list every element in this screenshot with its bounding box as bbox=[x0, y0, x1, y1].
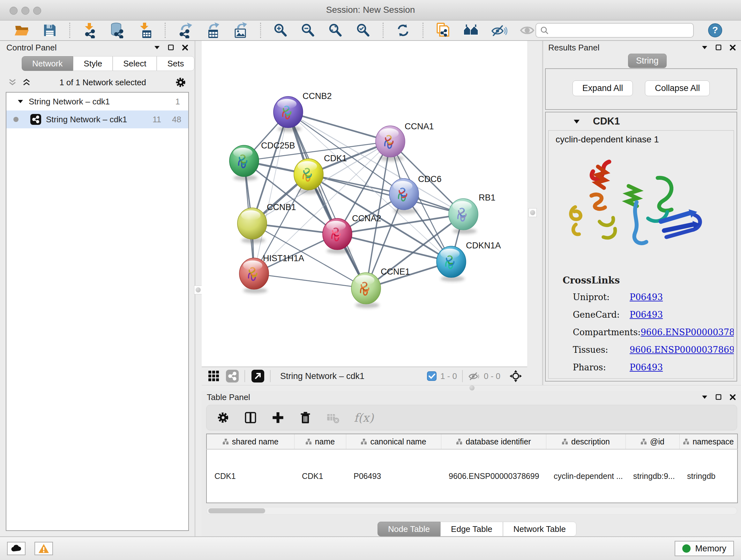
expand-all-button[interactable]: Expand All bbox=[572, 80, 633, 96]
tab-sets[interactable]: Sets bbox=[157, 56, 194, 71]
import-network-icon[interactable] bbox=[82, 22, 98, 39]
network-node-CDC25B[interactable] bbox=[229, 145, 259, 181]
crosslink-link[interactable]: P06493 bbox=[630, 292, 663, 302]
maximize-panel-icon[interactable] bbox=[168, 44, 174, 51]
zoom-out-icon[interactable] bbox=[300, 22, 316, 39]
search-box[interactable] bbox=[536, 23, 694, 38]
crosslink-link[interactable]: P06493 bbox=[630, 362, 663, 372]
save-session-icon[interactable] bbox=[42, 22, 57, 39]
create-column-plus-icon[interactable] bbox=[272, 411, 284, 424]
search-input[interactable] bbox=[549, 26, 689, 35]
horizontal-splitter-handle[interactable] bbox=[467, 385, 477, 390]
hide-selected-eye-slash-icon[interactable] bbox=[491, 22, 508, 39]
zoom-in-icon[interactable] bbox=[273, 22, 288, 39]
show-columns-icon[interactable] bbox=[244, 411, 257, 424]
collapse-section-caret-icon[interactable] bbox=[573, 119, 580, 124]
network-node-CCNB1[interactable] bbox=[238, 208, 267, 243]
right-splitter-handle[interactable] bbox=[529, 208, 537, 217]
crosslink-link[interactable]: 9606.ENSP00000378699 bbox=[641, 327, 734, 337]
crosslink-link[interactable]: 9606.ENSP00000378699 bbox=[630, 345, 734, 355]
scrollbar-thumb[interactable] bbox=[208, 508, 265, 513]
import-table-icon[interactable] bbox=[137, 22, 153, 39]
table-cell[interactable]: 9606.ENSP00000378699 bbox=[441, 449, 546, 503]
table-cell[interactable]: cyclin-dependent ... bbox=[546, 449, 625, 503]
network-row-selected[interactable]: String Network – cdk1 11 48 bbox=[6, 111, 188, 128]
expand-all-tree-icon[interactable] bbox=[8, 78, 17, 86]
network-edge-CCNB2-HIST1H1A[interactable] bbox=[254, 112, 288, 273]
table-horizontal-scrollbar[interactable] bbox=[206, 507, 737, 515]
tab-select[interactable]: Select bbox=[113, 56, 157, 71]
column-header-@id[interactable]: @id bbox=[625, 434, 679, 449]
zoom-fit-icon[interactable] bbox=[327, 22, 343, 39]
fit-content-crosshair-icon[interactable] bbox=[509, 368, 523, 384]
tab-style[interactable]: Style bbox=[73, 56, 113, 71]
float-panel-icon[interactable] bbox=[701, 45, 708, 50]
copy-network-icon[interactable] bbox=[435, 22, 451, 39]
float-panel-icon[interactable] bbox=[154, 45, 160, 50]
horizontal-splitter[interactable] bbox=[202, 385, 741, 391]
cloud-status-button[interactable] bbox=[7, 542, 25, 555]
float-panel-icon[interactable] bbox=[701, 395, 708, 400]
close-panel-icon[interactable] bbox=[182, 44, 188, 51]
table-cell[interactable]: stringdb:9... bbox=[625, 449, 679, 503]
network-edge-CCNE1-HIST1H1A[interactable] bbox=[254, 273, 366, 288]
network-node-CCNA2[interactable] bbox=[323, 219, 352, 254]
close-panel-icon[interactable] bbox=[730, 44, 736, 51]
tab-string[interactable]: String bbox=[628, 54, 667, 68]
table-cell[interactable]: CDK1 bbox=[206, 449, 294, 503]
export-network-icon[interactable] bbox=[177, 22, 193, 39]
tab-network-table[interactable]: Network Table bbox=[503, 522, 576, 537]
right-splitter[interactable] bbox=[527, 41, 543, 391]
column-header-canonical-name[interactable]: canonical name bbox=[346, 434, 441, 449]
column-header-description[interactable]: description bbox=[546, 434, 625, 449]
maximize-panel-icon[interactable] bbox=[716, 44, 722, 51]
tab-node-table[interactable]: Node Table bbox=[378, 522, 441, 537]
home-neighbors-icon[interactable] bbox=[463, 22, 479, 39]
column-header-database-identifier[interactable]: database identifier bbox=[441, 434, 546, 449]
network-node-RB1[interactable] bbox=[449, 199, 478, 234]
left-splitter-handle[interactable] bbox=[194, 286, 202, 294]
table-cell[interactable]: CDK1 bbox=[294, 449, 346, 503]
memory-button[interactable]: Memory bbox=[675, 541, 734, 556]
table-cell[interactable]: P06493 bbox=[346, 449, 441, 503]
network-node-CCNA1[interactable] bbox=[376, 126, 405, 161]
maximize-panel-icon[interactable] bbox=[716, 394, 722, 400]
network-edge-CCNB2-CCNA1[interactable] bbox=[288, 112, 390, 141]
network-canvas[interactable]: CCNB2CCNA1CDC25BCDK1CDC6RB1CCNB1CCNA2CDK… bbox=[202, 41, 527, 385]
column-header-namespace[interactable]: namespace bbox=[679, 434, 738, 449]
export-image-icon[interactable] bbox=[232, 22, 248, 39]
column-header-shared-name[interactable]: shared name bbox=[206, 434, 294, 449]
zoom-selected-icon[interactable] bbox=[355, 22, 371, 39]
table-row[interactable]: CDK1CDK1P064939606.ENSP00000378699cyclin… bbox=[206, 449, 738, 503]
help-icon[interactable]: ? bbox=[707, 22, 723, 39]
network-options-gear-icon[interactable] bbox=[175, 77, 186, 88]
network-collection-row[interactable]: String Network – cdk1 1 bbox=[6, 92, 188, 111]
close-panel-icon[interactable] bbox=[730, 394, 736, 400]
network-node-CDKN1A[interactable] bbox=[436, 246, 466, 282]
selected-checkbox-icon[interactable] bbox=[426, 368, 437, 384]
show-all-eye-icon[interactable] bbox=[519, 22, 536, 39]
collection-expand-caret-icon[interactable] bbox=[17, 99, 23, 104]
network-node-CCNB2[interactable] bbox=[273, 97, 303, 132]
tab-network[interactable]: Network bbox=[22, 56, 73, 71]
export-table-icon[interactable] bbox=[205, 22, 221, 39]
delete-column-trash-icon[interactable] bbox=[299, 411, 312, 424]
open-file-icon[interactable] bbox=[14, 22, 30, 39]
refresh-icon[interactable] bbox=[395, 22, 411, 39]
left-splitter[interactable] bbox=[195, 41, 202, 537]
protein-result-header[interactable]: CDK1 bbox=[546, 112, 737, 130]
column-header-name[interactable]: name bbox=[294, 434, 346, 449]
tab-edge-table[interactable]: Edge Table bbox=[441, 522, 503, 537]
table-options-gear-icon[interactable] bbox=[217, 411, 229, 424]
collapse-all-button[interactable]: Collapse All bbox=[645, 80, 710, 96]
network-node-HIST1H1A[interactable] bbox=[239, 258, 269, 294]
crosslink-link[interactable]: P06493 bbox=[630, 310, 663, 320]
collapse-all-tree-icon[interactable] bbox=[22, 78, 30, 86]
table-cell[interactable]: stringdb bbox=[679, 449, 738, 503]
warnings-button[interactable] bbox=[35, 542, 53, 555]
birdseye-grid-icon[interactable] bbox=[207, 368, 220, 384]
open-in-browser-icon[interactable] bbox=[251, 368, 265, 384]
string-panel-toggle-icon[interactable] bbox=[225, 368, 239, 384]
network-node-CCNE1[interactable] bbox=[351, 273, 381, 308]
import-network-from-database-icon[interactable] bbox=[109, 22, 126, 39]
